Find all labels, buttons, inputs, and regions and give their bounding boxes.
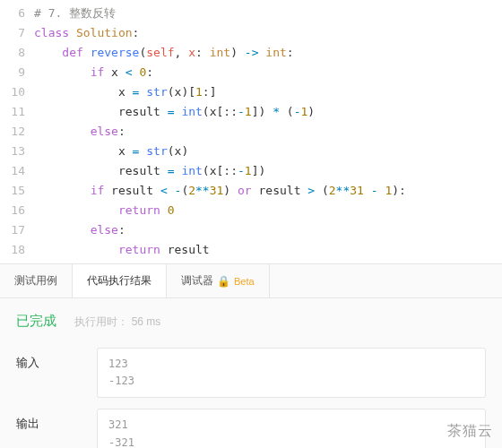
code-line[interactable]: x = str(x)[1:] — [34, 82, 502, 102]
result-tabs: 测试用例代码执行结果调试器🔒Beta — [0, 263, 502, 298]
tab-label: 调试器 — [181, 273, 213, 289]
result-row: 输入123 -123 — [0, 342, 502, 403]
line-number: 6 — [0, 4, 25, 23]
line-number: 7 — [0, 23, 25, 43]
line-number: 14 — [0, 161, 25, 181]
status-row: 已完成 执行用时： 56 ms — [0, 311, 502, 342]
code-line[interactable]: result = int(x[::-1]) — [34, 161, 502, 181]
result-label: 输入 — [16, 348, 97, 371]
results-panel: 已完成 执行用时： 56 ms 输入123 -123输出321 -321预期结果… — [0, 298, 502, 448]
line-number: 18 — [0, 240, 25, 260]
runtime-label: 执行用时： — [74, 315, 128, 328]
code-line[interactable]: # 7. 整数反转 — [34, 4, 502, 23]
line-number: 13 — [0, 142, 25, 161]
tab-label: 代码执行结果 — [87, 273, 151, 289]
line-number: 9 — [0, 63, 25, 82]
code-line[interactable]: x = str(x) — [34, 142, 502, 161]
result-value-box[interactable]: 321 -321 — [97, 409, 486, 448]
code-editor[interactable]: 6789101112131415161718 # 7. 整数反转class So… — [0, 0, 502, 263]
line-number: 12 — [0, 122, 25, 142]
code-content[interactable]: # 7. 整数反转class Solution: def reverse(sel… — [34, 4, 502, 260]
result-label: 输出 — [16, 409, 97, 432]
runtime-info: 执行用时： 56 ms — [74, 314, 160, 330]
status-text: 已完成 — [16, 313, 56, 330]
beta-badge: Beta — [234, 276, 255, 287]
code-line[interactable]: class Solution: — [34, 23, 502, 43]
line-number: 15 — [0, 181, 25, 201]
line-number: 11 — [0, 102, 25, 122]
line-number: 10 — [0, 82, 25, 102]
tab-label: 测试用例 — [14, 273, 57, 289]
line-number: 16 — [0, 201, 25, 220]
line-number: 17 — [0, 220, 25, 240]
line-number: 8 — [0, 43, 25, 63]
results-rows: 输入123 -123输出321 -321预期结果321 -321 — [0, 342, 502, 448]
tab-1[interactable]: 代码执行结果 — [73, 264, 167, 297]
line-number-gutter: 6789101112131415161718 — [0, 4, 34, 260]
result-row: 输出321 -321 — [0, 403, 502, 448]
code-line[interactable]: return result — [34, 240, 502, 260]
tab-2[interactable]: 调试器🔒Beta — [167, 264, 270, 297]
code-line[interactable]: result = int(x[::-1]) * (-1) — [34, 102, 502, 122]
code-line[interactable]: return 0 — [34, 201, 502, 220]
code-line[interactable]: if result < -(2**31) or result > (2**31 … — [34, 181, 502, 201]
lock-icon: 🔒 — [217, 275, 230, 288]
result-value-box[interactable]: 123 -123 — [97, 348, 486, 398]
tab-0[interactable]: 测试用例 — [0, 264, 73, 297]
watermark: 茶猫云 — [447, 422, 493, 441]
runtime-value: 56 ms — [132, 315, 161, 328]
code-line[interactable]: else: — [34, 122, 502, 142]
code-line[interactable]: if x < 0: — [34, 63, 502, 82]
code-line[interactable]: def reverse(self, x: int) -> int: — [34, 43, 502, 63]
code-line[interactable]: else: — [34, 220, 502, 240]
